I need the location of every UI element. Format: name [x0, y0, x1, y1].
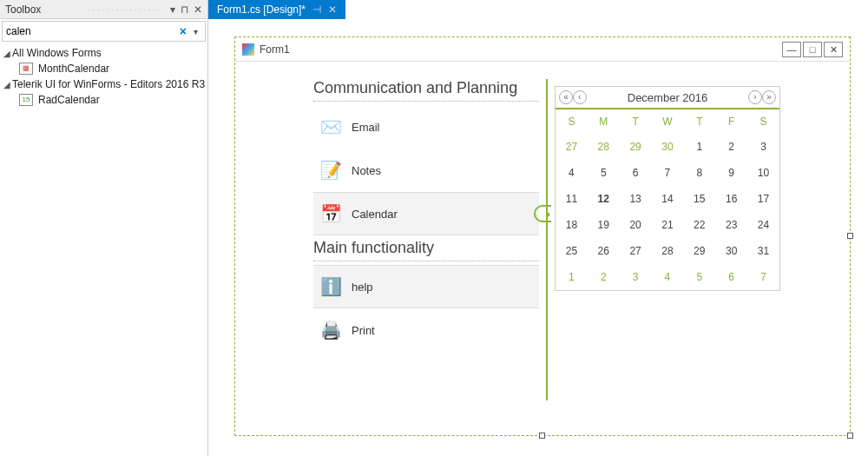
toolbox-panel-header: Toolbox ················ ▾ ⊓ ✕ — [0, 0, 208, 19]
calendar-day[interactable]: 21 — [652, 212, 684, 238]
calendar-dow: S — [556, 109, 588, 134]
calendar-day[interactable]: 2 — [715, 134, 747, 160]
calendar-dow: T — [683, 109, 715, 134]
section-header: Communication and Planning — [313, 79, 539, 102]
calendar-icon: 📅 — [319, 202, 343, 226]
dropdown-icon[interactable]: ▾ — [170, 3, 175, 16]
calendar-day[interactable]: 7 — [747, 264, 779, 290]
close-button[interactable]: ✕ — [824, 42, 843, 57]
calendar-control[interactable]: « ‹ December 2016 › » SMTWTFS 2728293012… — [555, 86, 780, 291]
calendar-day[interactable]: 30 — [715, 238, 747, 264]
calendar-day[interactable]: 20 — [620, 212, 652, 238]
toolbox-search[interactable]: × ▾ — [2, 21, 206, 42]
calendar-day[interactable]: 6 — [715, 264, 747, 290]
calendar-day[interactable]: 10 — [747, 160, 779, 186]
calendar-day[interactable]: 5 — [588, 160, 620, 186]
tree-item[interactable]: ▦ MonthCalendar — [0, 61, 207, 76]
first-button[interactable]: « — [559, 90, 573, 104]
calendar-day[interactable]: 14 — [652, 186, 684, 212]
list-item-label: help — [352, 281, 373, 294]
app-icon — [242, 43, 254, 56]
calendar-day[interactable]: 4 — [652, 264, 684, 290]
minimize-button[interactable]: — — [782, 42, 801, 57]
collapse-icon[interactable]: ◢ — [3, 80, 12, 89]
resize-handle-s[interactable] — [539, 433, 545, 439]
close-icon[interactable]: ✕ — [194, 3, 202, 16]
calendar-day[interactable]: 24 — [747, 212, 779, 238]
pin-icon[interactable]: ⊓ — [181, 3, 188, 16]
calendar-day[interactable]: 16 — [715, 186, 747, 212]
calendar-dow: F — [715, 109, 747, 134]
chevron-down-icon[interactable]: ▾ — [190, 27, 201, 36]
list-item-calendar[interactable]: 📅 Calendar — [313, 192, 539, 235]
calendar-day[interactable]: 5 — [683, 264, 715, 290]
pin-icon[interactable]: ⊣ — [312, 3, 321, 16]
calendar-day[interactable]: 26 — [588, 238, 620, 264]
form-window[interactable]: Form1 — □ ✕ Communication and Planning ✉… — [234, 36, 851, 436]
calendar-day[interactable]: 23 — [715, 212, 747, 238]
list-item-label: Print — [352, 324, 375, 337]
calendar-day[interactable]: 17 — [747, 186, 779, 212]
calendar-day[interactable]: 22 — [683, 212, 715, 238]
calendar-day[interactable]: 6 — [620, 160, 652, 186]
tree-item-label: RadCalendar — [38, 94, 100, 106]
calendar-day[interactable]: 3 — [747, 134, 779, 160]
calendar-day[interactable]: 12 — [588, 186, 620, 212]
selected-indicator-icon — [534, 205, 551, 222]
toolbox-panel: × ▾ ◢ All Windows Forms ▦ MonthCalendar … — [0, 19, 208, 456]
calendar-day[interactable]: 8 — [683, 160, 715, 186]
calendar-day[interactable]: 1 — [683, 134, 715, 160]
list-item-label: Notes — [352, 164, 381, 177]
file-tab[interactable]: Form1.cs [Design]* ⊣ ✕ — [208, 0, 345, 19]
calendar-day[interactable]: 31 — [747, 238, 779, 264]
calendar-day[interactable]: 29 — [683, 238, 715, 264]
list-item-notes[interactable]: 📝 Notes — [313, 149, 539, 192]
toolbox-tree: ◢ All Windows Forms ▦ MonthCalendar ◢ Te… — [0, 43, 207, 109]
clear-icon[interactable]: × — [176, 24, 190, 38]
calendar-day[interactable]: 27 — [556, 134, 588, 160]
calendar-day[interactable]: 2 — [588, 264, 620, 290]
calendar-day[interactable]: 9 — [715, 160, 747, 186]
list-item-print[interactable]: 🖨️ Print — [313, 308, 539, 352]
design-surface[interactable]: Form1 — □ ✕ Communication and Planning ✉… — [208, 19, 868, 456]
print-icon: 🖨️ — [319, 318, 343, 342]
calendar-day[interactable]: 4 — [556, 160, 588, 186]
search-input[interactable] — [6, 25, 176, 37]
prev-button[interactable]: ‹ — [573, 90, 587, 104]
calendar-day[interactable]: 15 — [683, 186, 715, 212]
tree-group-label: All Windows Forms — [12, 47, 102, 59]
section-header: Main functionality — [313, 239, 539, 261]
calendar-day[interactable]: 18 — [556, 212, 588, 238]
calendar-dow: T — [620, 109, 652, 134]
calendar-day[interactable]: 28 — [652, 238, 684, 264]
calendar-day[interactable]: 28 — [588, 134, 620, 160]
calendar-day[interactable]: 7 — [652, 160, 684, 186]
calendar-day[interactable]: 11 — [556, 186, 588, 212]
calendar-day[interactable]: 13 — [620, 186, 652, 212]
calendar-day[interactable]: 3 — [620, 264, 652, 290]
navigation-list: Communication and Planning ✉️ Email 📝 No… — [313, 79, 539, 426]
calendar-icon: 15 — [19, 94, 33, 106]
resize-handle-se[interactable] — [847, 433, 853, 439]
list-item-email[interactable]: ✉️ Email — [313, 105, 539, 149]
list-item-help[interactable]: ℹ️ help — [313, 265, 539, 308]
calendar-day[interactable]: 30 — [652, 134, 684, 160]
resize-handle-e[interactable] — [847, 233, 853, 239]
calendar-grid: SMTWTFS 27282930123456789101112131415161… — [556, 109, 779, 290]
tree-item-label: MonthCalendar — [38, 63, 109, 75]
tree-group[interactable]: ◢ Telerik UI for WinForms - Editors 2016… — [0, 76, 207, 92]
calendar-day[interactable]: 19 — [588, 212, 620, 238]
tree-group[interactable]: ◢ All Windows Forms — [0, 45, 207, 61]
vertical-divider — [546, 79, 548, 400]
collapse-icon[interactable]: ◢ — [3, 49, 12, 58]
last-button[interactable]: » — [762, 90, 776, 104]
calendar-day[interactable]: 1 — [556, 264, 588, 290]
calendar-day[interactable]: 29 — [620, 134, 652, 160]
calendar-title[interactable]: December 2016 — [628, 91, 708, 104]
close-icon[interactable]: ✕ — [328, 3, 337, 16]
next-button[interactable]: › — [748, 90, 762, 104]
calendar-day[interactable]: 27 — [620, 238, 652, 264]
tree-item[interactable]: 15 RadCalendar — [0, 92, 207, 108]
calendar-day[interactable]: 25 — [556, 238, 588, 264]
maximize-button[interactable]: □ — [803, 42, 822, 57]
